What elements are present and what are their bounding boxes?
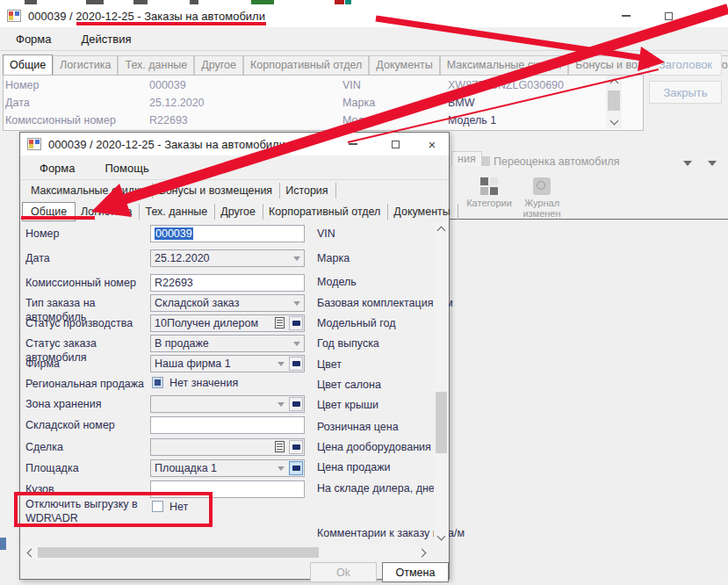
- back-window-menubar: Форма Действия: [12, 29, 134, 48]
- divider: [20, 179, 449, 180]
- site-combo[interactable]: Площадка 1: [150, 459, 305, 477]
- tab-drugoe[interactable]: Другое: [194, 55, 243, 75]
- field-value: 25.12.2020: [149, 97, 205, 109]
- doc-tab-pereocenka[interactable]: Переоценка автомобиля: [494, 155, 619, 168]
- tab-tekh-dannye[interactable]: Тех. данные: [118, 55, 194, 75]
- scrollbar-thumb[interactable]: [38, 547, 319, 558]
- scrollbar-thumb[interactable]: [608, 90, 620, 111]
- body-input[interactable]: [150, 480, 305, 498]
- back-window-tabs: Общие Логистика Тех. данные Другое Корпо…: [3, 54, 728, 75]
- open-form-button[interactable]: [289, 397, 303, 411]
- tab-maksimalnye-skidki[interactable]: Максимальные скидки: [440, 55, 568, 75]
- form-icon: [27, 138, 41, 150]
- menu-forma[interactable]: Форма: [12, 31, 55, 47]
- open-form-button[interactable]: [289, 357, 303, 371]
- scroll-down-icon[interactable]: [434, 531, 449, 544]
- dialog-tabs-top: Максимальные скидки Бонусы и возмещения …: [25, 183, 336, 199]
- field-label: Модель: [317, 276, 357, 288]
- tab-logistika[interactable]: Логистика: [53, 55, 118, 75]
- menu-forma[interactable]: Форма: [36, 160, 79, 177]
- open-form-button[interactable]: [289, 316, 303, 330]
- doc-tab-icon: [481, 156, 490, 166]
- maximize-icon[interactable]: [653, 6, 683, 25]
- scrollbar[interactable]: [434, 222, 449, 544]
- tab-korporativny-otdel[interactable]: Корпоративный отдел: [263, 204, 388, 220]
- screenshot-root: 000039 / 2020-12-25 - Заказы на автомоби…: [0, 0, 728, 585]
- field-label: Статус производства: [25, 317, 148, 331]
- tab-dokumenty[interactable]: Документы: [388, 204, 458, 220]
- minimize-icon[interactable]: [338, 134, 368, 154]
- checkbox-label: Нет значения: [169, 377, 238, 389]
- field-label: Цвет салона: [317, 379, 381, 391]
- form-button-icon: [292, 466, 300, 471]
- number-input[interactable]: 000039: [150, 225, 305, 242]
- tab-bonusy[interactable]: Бонусы и возмещения: [153, 183, 280, 199]
- commission-number-input[interactable]: R22693: [150, 274, 305, 292]
- maximize-icon[interactable]: [380, 134, 410, 154]
- field-label: Комиссионный номер: [5, 114, 116, 126]
- scroll-up-icon[interactable]: [434, 222, 449, 235]
- tab-maksimalnye-skidki[interactable]: Максимальные скидки: [25, 183, 153, 199]
- field-label: Комиссионный номер: [25, 277, 148, 291]
- list-icon[interactable]: [275, 441, 285, 452]
- firm-combo[interactable]: Наша фирма 1: [150, 355, 305, 372]
- header-button[interactable]: Заголовок: [649, 53, 722, 76]
- scroll-down-icon[interactable]: [606, 116, 622, 128]
- field-label: Розничная цена: [317, 421, 399, 433]
- regional-sale-checkbox[interactable]: [152, 377, 163, 388]
- scrollbar[interactable]: [24, 545, 429, 560]
- field-label: Цвет крыши: [317, 399, 378, 411]
- toolbar-categories[interactable]: Категории: [465, 177, 513, 208]
- scrollbar[interactable]: [606, 76, 622, 128]
- tab-obshchie[interactable]: Общие: [3, 54, 53, 75]
- empty-doc-area: [451, 220, 726, 583]
- dialog-tabs-bottom: Общие Логистика Тех. данные Другое Корпо…: [22, 202, 458, 221]
- back-window-title: 000039 / 2020-12-25 - Заказы на автомоби…: [28, 10, 265, 23]
- list-icon[interactable]: [275, 317, 285, 329]
- close-icon[interactable]: ×: [417, 134, 447, 154]
- field-value: BMW: [448, 97, 475, 109]
- tab-obshchie[interactable]: Общие: [22, 202, 76, 221]
- tab-tekh-dannye[interactable]: Тех. данные: [140, 204, 215, 220]
- field-label: Региональная продажа: [25, 378, 148, 392]
- date-combo[interactable]: 25.12.2020: [150, 249, 305, 267]
- field-label: Кузов: [25, 483, 148, 497]
- warehouse-number-input[interactable]: [150, 416, 305, 434]
- scroll-left-icon[interactable]: [24, 545, 36, 560]
- close-icon[interactable]: ×: [696, 6, 725, 25]
- form-button-icon: [292, 401, 300, 407]
- menu-pomoshch[interactable]: Помощь: [102, 160, 153, 177]
- tab-korporativny-otdel[interactable]: Корпоративный отдел: [243, 55, 369, 75]
- scrollbar-thumb[interactable]: [436, 392, 447, 453]
- field-label: Модель: [342, 114, 382, 126]
- production-status-lookup[interactable]: 10Получен дилером: [150, 314, 305, 332]
- scroll-right-icon[interactable]: [417, 545, 429, 560]
- open-form-button[interactable]: [289, 440, 303, 454]
- form-button-icon: [292, 444, 300, 450]
- order-status-combo[interactable]: В продаже: [150, 335, 305, 352]
- close-form-button[interactable]: Закрыть: [649, 81, 722, 104]
- menu-deystviya[interactable]: Действия: [78, 31, 135, 47]
- dialog-menubar: Форма Помощь: [36, 158, 153, 177]
- divider: [0, 50, 728, 51]
- tab-drugoe[interactable]: Другое: [215, 204, 263, 220]
- tab-istoriya[interactable]: История: [280, 183, 335, 199]
- background-fragment: [0, 538, 6, 550]
- tab-logistika[interactable]: Логистика: [76, 204, 140, 220]
- categories-icon: [480, 177, 498, 195]
- cancel-button[interactable]: Отмена: [382, 562, 449, 582]
- storage-zone-combo[interactable]: [150, 395, 305, 413]
- scroll-up-icon[interactable]: [606, 76, 622, 88]
- chevron-down-icon[interactable]: [708, 161, 717, 166]
- minimize-icon[interactable]: [611, 6, 641, 25]
- deal-lookup[interactable]: [150, 438, 305, 456]
- chevron-down-icon[interactable]: [683, 161, 692, 166]
- ok-button[interactable]: Ok: [310, 562, 377, 582]
- tab-dokumenty[interactable]: Документы: [369, 55, 439, 75]
- field-value: XW8ZZZ5NZLG030690: [448, 79, 564, 91]
- open-form-button[interactable]: [289, 461, 303, 475]
- disable-export-checkbox[interactable]: [152, 501, 163, 512]
- order-type-combo[interactable]: Складской заказ: [150, 294, 305, 312]
- partial-tab[interactable]: ния: [451, 151, 482, 166]
- field-label: VIN: [317, 228, 335, 240]
